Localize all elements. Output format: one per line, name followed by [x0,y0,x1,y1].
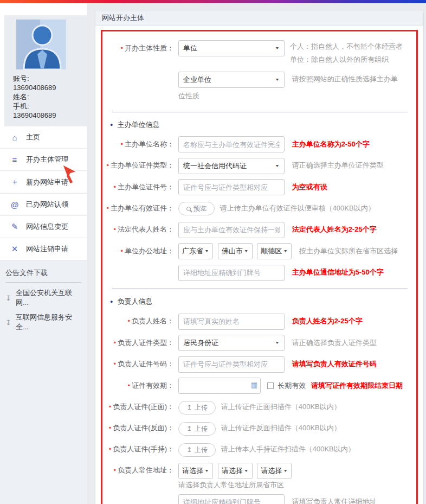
sidebar: 账号: 13690408689 姓名: 手机: 13690408689 ⌂ 主页… [0,3,87,504]
plus-icon: ＋ [9,177,21,187]
phone-value: 13690408689 [13,111,87,120]
edit-icon: ✎ [9,222,21,232]
cert-validity-hint: 请填写证件有效期限结束日期 [311,381,403,390]
org-district-select[interactable]: 顺德区 ▼ [257,243,292,259]
section-divider [112,112,408,112]
chevron-down-icon: ▼ [204,245,209,258]
account-card: 账号: 13690408689 姓名: 手机: 13690408689 [4,15,87,126]
residence-city-select[interactable]: 请选择 ▼ [218,463,253,479]
org-cert-no-input[interactable] [178,179,285,195]
section-divider [112,289,408,289]
org-name-label: 主办单位名称： [102,136,178,152]
account-number-label: 账号: [13,74,87,83]
person-cert-no-input[interactable] [178,356,285,373]
sidebar-item-label: 网站注销申请 [26,244,68,254]
sidebar-item-claim-website[interactable]: @ 已办网站认领 [0,193,87,215]
org-cert-no-hint: 为空或有误 [292,183,327,191]
cert-validity-date-input[interactable] [178,378,261,394]
org-name-input[interactable] [178,136,285,152]
chevron-down-icon: ▼ [275,160,280,173]
residence-district-select[interactable]: 请选择 ▼ [257,463,292,479]
page-title-bar: 网站开办主体 [95,10,423,25]
download-link-national-police[interactable]: ↧ 全国公安机关互联网... [5,288,81,308]
org-cert-file-label: 主办单位有效证件： [102,200,178,216]
residence-label: 负责人常住地址： [102,462,178,479]
avatar [16,20,66,69]
downloads-section: 公告文件下载 ↧ 全国公安机关互联网... ↧ 互联网信息服务安全... [0,260,87,504]
form-content: 开办主体性质： 单位 ▼ 个人：指自然人，不包括个体经营者 单位：除自然人以外的… [95,25,423,504]
org-name-hint: 主办单位名称为2-50个字 [292,140,370,148]
person-section-title: 负责人信息 [110,297,416,307]
unit-nature-select[interactable]: 企业单位 ▼ [178,72,285,88]
upload-back-button[interactable]: ↥ 上传 [178,422,216,436]
red-cursor-arrow-icon [61,164,78,184]
phone-label: 手机: [13,101,87,111]
cert-validity-label: 证件有效期： [102,378,178,394]
person-cert-no-hint: 请填写负责人有效证件号码 [292,360,377,368]
sidebar-item-label: 已办网站认领 [26,200,68,209]
person-cert-type-label: 负责人证件类型： [102,335,178,351]
org-city-select[interactable]: 佛山市 ▼ [218,243,253,259]
home-icon: ⌂ [9,133,21,142]
download-icon: ↧ [5,318,11,327]
chevron-down-icon: ▼ [283,245,288,258]
sidebar-item-home[interactable]: ⌂ 主页 [0,126,87,148]
upload-holding-button[interactable]: ↥ 上传 [178,443,216,457]
long-term-checkbox[interactable] [267,382,274,389]
org-cert-type-select[interactable]: 统一社会信用代码证 ▼ [178,158,285,174]
chevron-down-icon: ▼ [275,42,280,55]
chevron-down-icon: ▼ [275,73,280,86]
sidebar-item-label: 网站信息变更 [26,222,68,232]
chevron-down-icon: ▼ [275,336,280,349]
residence-province-select[interactable]: 请选择 ▼ [178,463,213,479]
org-address-label: 单位办公地址： [102,243,178,259]
residence-detail-input[interactable] [178,494,285,504]
main-panel: 网站开办主体 开办主体性质： 单位 ▼ 个人：指自然人，不包括个体经营者 单位：… [95,10,424,504]
person-cert-type-hint: 请正确选择负责人证件类型 [292,339,377,347]
person-cert-type-select[interactable]: 居民身份证 ▼ [178,335,285,351]
cert-front-label: 负责人证件(正面)： [102,399,178,415]
org-cert-no-label: 主办单位证件号： [102,179,178,195]
preview-button[interactable]: 预览 [178,202,215,215]
org-province-select[interactable]: 广东省 ▼ [178,243,213,259]
at-icon: @ [9,200,21,209]
subject-nature-select[interactable]: 单位 ▼ [178,40,285,56]
person-name-hint: 负责人姓名为2-25个字 [292,317,363,325]
upload-icon: ↥ [186,425,192,432]
download-link-label: 互联网信息服务安全... [16,312,81,332]
download-icon: ↧ [5,294,11,302]
sidebar-menu: ⌂ 主页 ≡ 开办主体管理 ＋ 新办网站申请 @ 已办网站认领 ✎ 网站信息变更… [0,126,87,260]
sidebar-item-label: 主页 [26,132,40,142]
cert-holding-hint: 请上传本人手持证件扫描件（400KB以内） [221,445,355,453]
highlighted-form-box: 开办主体性质： 单位 ▼ 个人：指自然人，不包括个体经营者 单位：除自然人以外的… [101,30,418,504]
sidebar-item-website-cancellation[interactable]: ✕ 网站注销申请 [0,238,87,260]
downloads-title: 公告文件下载 [5,268,81,283]
org-section-title: 主办单位信息 [110,120,416,130]
calendar-icon[interactable]: ▦ [251,381,257,388]
org-cert-type-value: 统一社会信用代码证 [183,158,247,174]
org-cert-type-label: 主办单位证件类型： [102,157,178,174]
page: 账号: 13690408689 姓名: 手机: 13690408689 ⌂ 主页… [0,0,426,504]
chevron-down-icon: ▼ [283,464,288,477]
chevron-down-icon: ▼ [244,245,249,258]
upload-icon: ↥ [186,404,192,411]
person-cert-no-label: 负责人证件号码： [102,356,178,372]
long-term-checkbox-label: 长期有效 [277,381,306,390]
org-address-detail-input[interactable] [178,265,285,281]
upload-icon: ↥ [186,446,192,454]
legal-rep-name-hint: 法定代表人姓名为2-25个字 [292,225,377,233]
org-cert-file-hint: 请上传主办单位有效证件以便审核（400KB以内） [220,204,375,212]
upload-front-button[interactable]: ↥ 上传 [178,401,216,414]
org-address-detail-hint: 主办单位通信地址为5-50个字 [292,268,384,276]
name-label: 姓名: [13,92,87,101]
legal-rep-name-input[interactable] [178,222,285,238]
person-name-input[interactable] [178,314,285,330]
download-link-internet-info-service[interactable]: ↧ 互联网信息服务安全... [5,312,81,332]
account-number-value: 13690408689 [13,83,87,92]
download-link-label: 全国公安机关互联网... [16,288,81,308]
residence-hint: 请选择负责人常住地址所属省市区 [178,479,416,491]
magnifier-icon [186,207,191,211]
subject-nature-label: 开办主体性质： [102,40,178,56]
unit-nature-value: 企业单位 [183,72,211,88]
sidebar-item-website-info-change[interactable]: ✎ 网站信息变更 [0,215,87,238]
